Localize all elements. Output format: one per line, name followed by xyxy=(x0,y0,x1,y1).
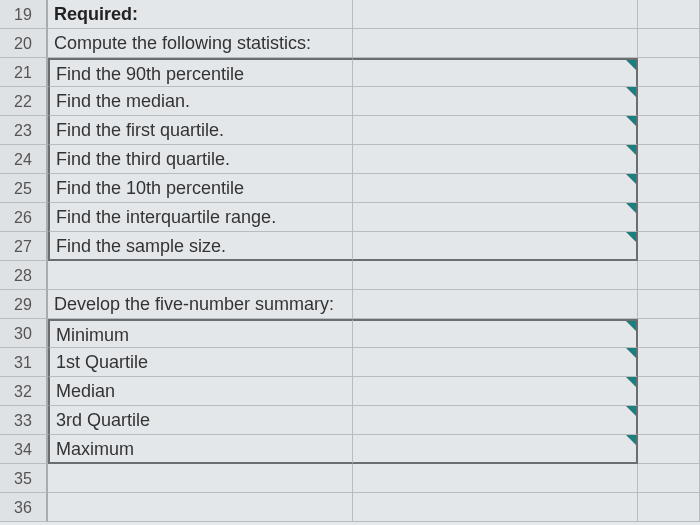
cell-label[interactable]: 1st Quartile xyxy=(48,348,353,377)
cell-label[interactable]: Required: xyxy=(48,0,353,29)
cell-empty[interactable] xyxy=(638,261,700,290)
cell-answer[interactable] xyxy=(353,58,638,87)
cell-label[interactable]: Develop the five-number summary: xyxy=(48,290,353,319)
row-number[interactable]: 26 xyxy=(0,203,48,232)
comment-indicator-icon[interactable] xyxy=(626,435,636,445)
cell-answer[interactable] xyxy=(353,435,638,464)
cell-label[interactable]: Maximum xyxy=(48,435,353,464)
cell-empty[interactable] xyxy=(638,493,700,522)
cell-answer[interactable] xyxy=(353,145,638,174)
cell-label[interactable] xyxy=(48,261,353,290)
cell-empty[interactable] xyxy=(638,174,700,203)
cell-empty[interactable] xyxy=(638,348,700,377)
row-number[interactable]: 33 xyxy=(0,406,48,435)
comment-indicator-icon[interactable] xyxy=(626,406,636,416)
row-number[interactable]: 24 xyxy=(0,145,48,174)
cell-label[interactable]: Find the 10th percentile xyxy=(48,174,353,203)
cell-answer[interactable] xyxy=(353,348,638,377)
row-number[interactable]: 27 xyxy=(0,232,48,261)
cell-empty[interactable] xyxy=(638,203,700,232)
cell-label[interactable]: Find the interquartile range. xyxy=(48,203,353,232)
cell-answer[interactable] xyxy=(353,261,638,290)
row-number[interactable]: 28 xyxy=(0,261,48,290)
row-number[interactable]: 35 xyxy=(0,464,48,493)
comment-indicator-icon[interactable] xyxy=(626,377,636,387)
cell-label[interactable]: Minimum xyxy=(48,319,353,348)
comment-indicator-icon[interactable] xyxy=(626,60,636,70)
cell-answer[interactable] xyxy=(353,406,638,435)
cell-empty[interactable] xyxy=(638,87,700,116)
comment-indicator-icon[interactable] xyxy=(626,348,636,358)
spreadsheet-grid[interactable]: 19Required:20Compute the following stati… xyxy=(0,0,700,522)
cell-answer[interactable] xyxy=(353,493,638,522)
row-number[interactable]: 29 xyxy=(0,290,48,319)
cell-label[interactable]: Median xyxy=(48,377,353,406)
row-number[interactable]: 23 xyxy=(0,116,48,145)
cell-empty[interactable] xyxy=(638,145,700,174)
cell-label[interactable]: 3rd Quartile xyxy=(48,406,353,435)
cell-answer[interactable] xyxy=(353,319,638,348)
cell-answer[interactable] xyxy=(353,116,638,145)
comment-indicator-icon[interactable] xyxy=(626,116,636,126)
cell-empty[interactable] xyxy=(638,29,700,58)
cell-empty[interactable] xyxy=(638,464,700,493)
comment-indicator-icon[interactable] xyxy=(626,174,636,184)
cell-empty[interactable] xyxy=(638,406,700,435)
row-number[interactable]: 19 xyxy=(0,0,48,29)
cell-empty[interactable] xyxy=(638,116,700,145)
cell-empty[interactable] xyxy=(638,232,700,261)
row-number[interactable]: 32 xyxy=(0,377,48,406)
cell-answer[interactable] xyxy=(353,0,638,29)
row-number[interactable]: 20 xyxy=(0,29,48,58)
cell-answer[interactable] xyxy=(353,232,638,261)
cell-label[interactable]: Find the sample size. xyxy=(48,232,353,261)
row-number[interactable]: 22 xyxy=(0,87,48,116)
comment-indicator-icon[interactable] xyxy=(626,321,636,331)
row-number[interactable]: 31 xyxy=(0,348,48,377)
cell-empty[interactable] xyxy=(638,435,700,464)
cell-answer[interactable] xyxy=(353,290,638,319)
cell-answer[interactable] xyxy=(353,203,638,232)
cell-answer[interactable] xyxy=(353,464,638,493)
cell-label[interactable] xyxy=(48,464,353,493)
cell-label[interactable]: Find the third quartile. xyxy=(48,145,353,174)
row-number[interactable]: 36 xyxy=(0,493,48,522)
cell-empty[interactable] xyxy=(638,58,700,87)
row-number[interactable]: 34 xyxy=(0,435,48,464)
cell-answer[interactable] xyxy=(353,377,638,406)
comment-indicator-icon[interactable] xyxy=(626,232,636,242)
comment-indicator-icon[interactable] xyxy=(626,203,636,213)
cell-empty[interactable] xyxy=(638,0,700,29)
row-number[interactable]: 30 xyxy=(0,319,48,348)
cell-answer[interactable] xyxy=(353,87,638,116)
comment-indicator-icon[interactable] xyxy=(626,145,636,155)
cell-answer[interactable] xyxy=(353,174,638,203)
cell-label[interactable] xyxy=(48,493,353,522)
cell-label[interactable]: Compute the following statistics: xyxy=(48,29,353,58)
cell-label[interactable]: Find the 90th percentile xyxy=(48,58,353,87)
cell-label[interactable]: Find the median. xyxy=(48,87,353,116)
row-number[interactable]: 25 xyxy=(0,174,48,203)
cell-answer[interactable] xyxy=(353,29,638,58)
row-number[interactable]: 21 xyxy=(0,58,48,87)
cell-empty[interactable] xyxy=(638,319,700,348)
cell-empty[interactable] xyxy=(638,290,700,319)
cell-empty[interactable] xyxy=(638,377,700,406)
cell-label[interactable]: Find the first quartile. xyxy=(48,116,353,145)
comment-indicator-icon[interactable] xyxy=(626,87,636,97)
